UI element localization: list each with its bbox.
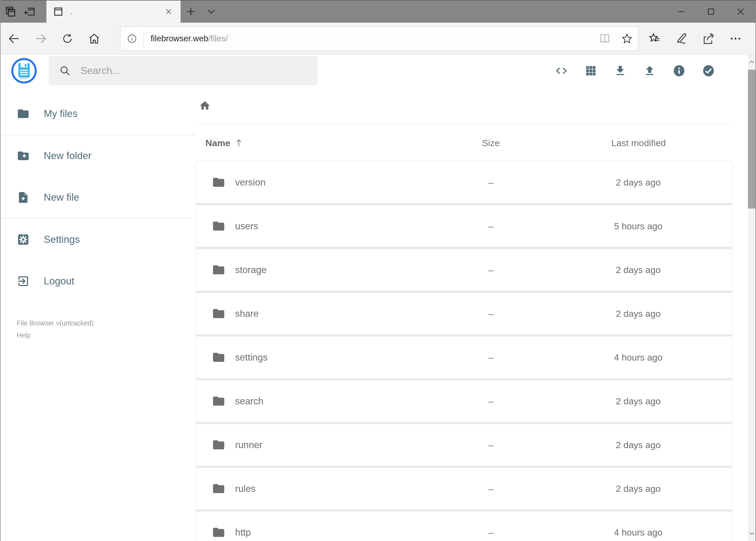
file-row[interactable]: settings–4 hours ago [196, 336, 732, 378]
upload-icon[interactable] [635, 56, 664, 86]
toolbar-right [641, 25, 749, 52]
file-name: rules [235, 483, 256, 494]
grid-view-icon[interactable] [576, 56, 606, 86]
folder-icon [212, 394, 225, 408]
forward-icon[interactable] [27, 23, 54, 54]
sidebar-item-my-files[interactable]: My files [1, 93, 196, 135]
site-info-icon[interactable] [121, 31, 143, 46]
file-row[interactable]: storage–2 days ago [196, 249, 732, 290]
file-modified: 2 days ago [544, 483, 732, 494]
scrollbar-thumb[interactable] [748, 70, 755, 209]
browser-toolbar: filebrowser.web/files/ [1, 23, 755, 55]
file-size: – [437, 396, 544, 406]
set-tabs-aside-icon[interactable] [20, 1, 39, 23]
annotate-pen-icon[interactable] [668, 25, 695, 52]
column-header-size[interactable]: Size [437, 138, 545, 148]
sidebar-item-new-file[interactable]: New file [1, 177, 196, 218]
browser-home-icon[interactable] [81, 23, 108, 54]
file-name: runner [235, 439, 262, 450]
sidebar-item-label: New folder [44, 150, 92, 162]
scroll-down-icon[interactable] [748, 526, 755, 541]
column-header-name[interactable]: Name [196, 138, 437, 148]
header-actions [547, 55, 723, 87]
scroll-up-icon[interactable] [748, 55, 755, 70]
file-row[interactable]: version–2 days ago [196, 162, 732, 203]
file-name: http [235, 527, 251, 538]
column-header-modified[interactable]: Last modified [545, 138, 732, 148]
reading-view-icon[interactable] [594, 33, 616, 45]
file-name: version [235, 177, 266, 188]
hub-favorites-icon[interactable] [641, 25, 668, 52]
file-row[interactable]: http–4 hours ago [196, 512, 732, 541]
tab-list-icon[interactable] [201, 1, 222, 23]
sidebar-item-logout[interactable]: Logout [1, 261, 196, 302]
tab-close-icon[interactable] [162, 5, 175, 18]
file-name: users [235, 221, 258, 232]
sort-ascending-icon [234, 138, 243, 148]
file-size: – [437, 440, 544, 450]
file-size: – [437, 265, 544, 275]
file-size: – [437, 177, 544, 188]
refresh-icon[interactable] [54, 23, 81, 54]
check-circle-icon[interactable] [694, 56, 723, 86]
url-text[interactable]: filebrowser.web/files/ [143, 34, 594, 44]
file-size: – [437, 483, 544, 494]
file-modified: 2 days ago [544, 265, 732, 275]
breadcrumb-home-icon[interactable] [199, 100, 211, 112]
browser-window: . [0, 0, 756, 541]
more-ellipsis-icon[interactable] [722, 25, 749, 52]
folder-icon [212, 307, 225, 320]
app-header: Search... [1, 55, 755, 87]
breadcrumb [196, 87, 732, 125]
sidebar: My files New folder New file [1, 87, 196, 541]
maximize-icon[interactable] [696, 1, 726, 23]
address-bar[interactable]: filebrowser.web/files/ [120, 26, 638, 51]
code-raw-icon[interactable] [547, 56, 576, 86]
folder-icon [212, 350, 225, 364]
sidebar-item-new-folder[interactable]: New folder [1, 135, 196, 177]
folder-icon [17, 107, 30, 120]
browser-tab[interactable]: . [46, 1, 180, 23]
file-row[interactable]: share–2 days ago [196, 293, 732, 334]
file-modified: 2 days ago [544, 440, 732, 450]
file-name: settings [235, 352, 268, 363]
close-window-icon[interactable] [726, 1, 755, 23]
file-name: search [235, 396, 263, 406]
search-input[interactable]: Search... [49, 56, 317, 85]
app-version: File Browser v(untracked) [17, 319, 196, 327]
file-row[interactable]: search–2 days ago [196, 380, 732, 422]
file-row[interactable]: runner–2 days ago [196, 424, 732, 466]
page-icon [53, 6, 64, 17]
folder-icon [212, 526, 225, 539]
sidebar-item-settings[interactable]: Settings [1, 219, 196, 261]
favorite-star-icon[interactable] [616, 33, 638, 45]
file-modified: 5 hours ago [544, 221, 732, 232]
download-icon[interactable] [606, 56, 635, 86]
file-plus-icon [17, 191, 30, 204]
file-modified: 2 days ago [544, 308, 732, 319]
file-row[interactable]: users–5 hours ago [196, 205, 732, 247]
file-size: – [437, 221, 544, 232]
back-icon[interactable] [1, 23, 27, 54]
file-modified: 2 days ago [544, 396, 732, 406]
logout-icon [17, 275, 30, 287]
sidebar-footer: File Browser v(untracked) Help [1, 319, 196, 339]
file-row[interactable]: rules–2 days ago [196, 468, 732, 509]
minimize-icon[interactable] [666, 1, 696, 23]
folder-icon [212, 263, 225, 276]
tab-bar: . [1, 1, 755, 23]
page-scrollbar[interactable] [748, 55, 755, 541]
search-placeholder: Search... [81, 65, 121, 76]
main-content: Name Size Last modified version–2 days a… [196, 87, 755, 541]
share-icon[interactable] [695, 25, 722, 52]
file-listing: version–2 days agousers–5 hours agostora… [196, 161, 732, 541]
new-tab-icon[interactable] [180, 1, 201, 23]
file-name: share [235, 308, 259, 319]
sidebar-item-label: My files [44, 108, 78, 119]
url-host: filebrowser.web [150, 34, 208, 43]
tab-preview-icon[interactable] [1, 1, 20, 23]
file-modified: 4 hours ago [544, 352, 732, 363]
help-link[interactable]: Help [17, 331, 31, 339]
info-circle-icon[interactable] [664, 56, 694, 86]
sidebar-item-label: Logout [44, 275, 74, 287]
